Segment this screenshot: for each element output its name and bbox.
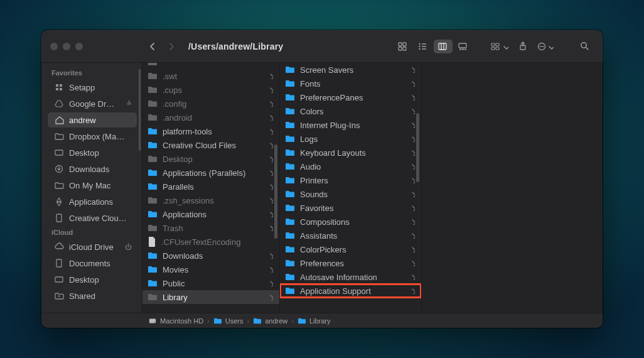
file-row[interactable]: Favorites [280,201,421,215]
actions-button[interactable] [533,39,558,53]
forward-button[interactable] [164,39,180,54]
column-2-scrollbar[interactable] [416,113,419,182]
folder-icon [285,273,295,281]
sidebar-item-label: Desktop [69,275,132,285]
file-row[interactable]: .zsh_sessions [142,193,279,207]
zoom-dot[interactable] [75,43,83,50]
share-icon [54,291,64,301]
sidebar-item[interactable]: Google Dr…≜ [48,96,137,111]
file-row[interactable]: Printers [280,173,421,187]
sidebar-item[interactable]: On My Mac [48,178,137,193]
file-row[interactable] [142,63,279,69]
back-button[interactable] [144,39,159,54]
file-row[interactable]: Compositions [280,215,421,229]
window-controls[interactable] [50,43,83,50]
file-row[interactable]: Applications (Parallels) [142,166,279,180]
sidebar-item[interactable]: Creative Clou… [48,210,137,225]
sidebar-item[interactable]: iCloud Drive⏻ [48,239,137,254]
file-row[interactable]: Parallels [142,180,279,193]
file-row[interactable]: Audio [280,160,421,173]
breadcrumb-separator: › [291,317,294,325]
folder-icon [148,113,158,122]
file-name: Sounds [300,190,405,199]
breadcrumb[interactable]: Users [213,317,244,325]
file-row[interactable]: Application Support [280,284,421,298]
column-1-scrollbar[interactable] [274,144,277,239]
file-row[interactable]: Applications [142,207,279,221]
sidebar-item[interactable]: Desktop [48,272,137,287]
file-row[interactable]: Public [142,276,279,290]
file-row[interactable]: Movies [142,263,279,276]
view-icons-button[interactable] [394,40,412,53]
file-name: .zsh_sessions [163,196,263,205]
sidebar-item[interactable]: Shared [48,288,137,303]
file-name: Applications [163,210,263,219]
file-row[interactable]: Logs [280,132,421,146]
share-button[interactable] [514,39,532,53]
view-list-button[interactable] [414,40,432,53]
chevron-right-icon [268,225,273,231]
file-name: Desktop [163,155,263,164]
file-row[interactable]: Assistants [280,229,421,242]
disk-icon [148,317,157,325]
folder-icon [148,210,158,219]
folder-icon [285,259,295,268]
file-name: Movies [163,265,263,274]
sidebar-item[interactable]: Desktop [48,145,137,160]
chevron-right-icon [268,211,273,217]
file-row[interactable]: Screen Savers [280,63,421,77]
minimize-dot[interactable] [63,43,70,50]
view-columns-button[interactable] [434,40,453,53]
chevron-right-icon [410,232,415,239]
search-button[interactable] [576,39,594,53]
file-row[interactable]: Fonts [280,77,421,90]
group-by-button[interactable] [486,39,513,53]
file-row[interactable]: Autosave Information [280,270,421,284]
file-row[interactable]: .android [142,111,279,124]
sidebar-scrollbar[interactable] [139,69,141,151]
file-row[interactable]: Downloads [142,249,279,263]
chevron-right-icon [268,73,273,79]
file-row[interactable]: .config [142,97,279,111]
window-title: /Users/andrew/Library [188,41,283,52]
breadcrumb[interactable]: andrew [253,317,287,325]
file-row[interactable]: .CFUserTextEncoding [142,235,279,249]
view-gallery-button[interactable] [454,40,473,53]
breadcrumb[interactable]: Macintosh HD [148,317,203,325]
sidebar-item[interactable]: andrew [48,112,137,127]
sidebar-item[interactable]: Setapp [48,80,137,95]
file-row[interactable]: Internet Plug-Ins [280,118,421,132]
breadcrumb-label: Library [309,317,331,325]
file-row[interactable]: PreferencePanes [280,90,421,104]
chevron-right-icon [410,80,415,87]
file-name: platform-tools [163,127,263,136]
chevron-right-icon [268,87,273,93]
file-row[interactable]: Library [142,290,279,304]
chevron-right-icon [410,177,415,183]
close-dot[interactable] [50,43,58,50]
file-row[interactable]: .swt [142,69,279,83]
sidebar-item-label: Documents [69,259,132,268]
file-row[interactable]: Keyboard Layouts [280,146,421,160]
file-row[interactable]: Preferences [280,256,421,270]
chevron-right-icon [410,122,415,128]
file-row[interactable]: Trash [142,221,279,235]
folder-icon [285,134,295,143]
file-row[interactable]: Desktop [142,152,279,166]
folder-icon [285,176,295,185]
file-row[interactable]: Creative Cloud Files [142,138,279,152]
file-row[interactable]: ColorPickers [280,242,421,256]
sidebar-item[interactable]: Dropbox (Ma… [48,129,137,144]
sidebar-section-label: Favorites [45,67,139,79]
sidebar-item[interactable]: Applications [48,194,137,209]
folder-icon [148,251,158,260]
folder-icon [298,317,306,325]
breadcrumb[interactable]: Library [298,317,331,325]
sidebar-item-label: Applications [69,197,132,207]
file-row[interactable]: .cups [142,83,279,97]
file-row[interactable]: Colors [280,104,421,118]
sidebar-item[interactable]: Downloads [48,161,137,176]
file-row[interactable]: platform-tools [142,124,279,138]
sidebar-item[interactable]: Documents [48,256,137,271]
file-row[interactable]: Sounds [280,187,421,201]
